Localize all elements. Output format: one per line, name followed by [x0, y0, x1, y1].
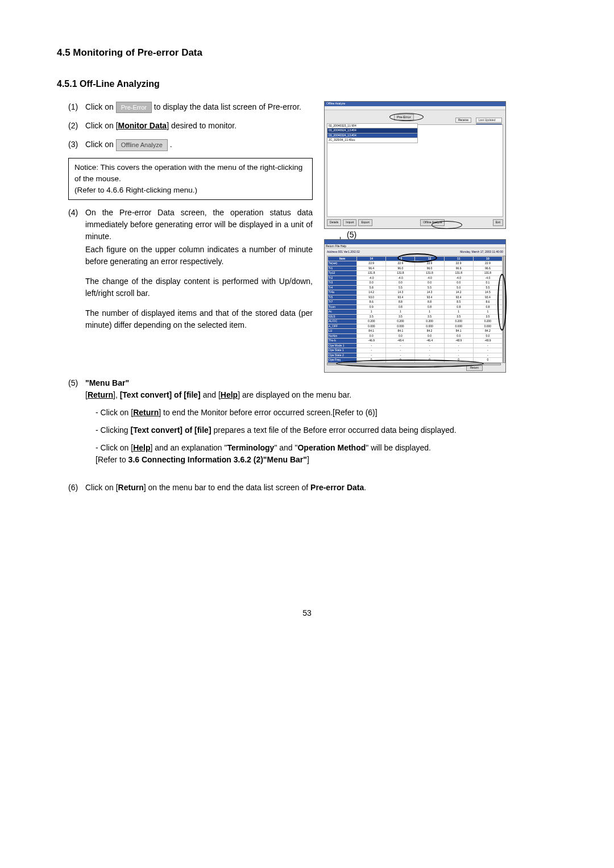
step-2-text-a: Click on [	[85, 121, 118, 130]
fig1-receive-button[interactable]: Receive	[455, 118, 471, 123]
step-2-bold: Monitor Data	[118, 121, 167, 130]
sub-section-title: 4.5.1 Off-Line Analyzing	[57, 77, 557, 91]
notice-box: Notice: This covers the operation with t…	[68, 158, 313, 201]
offline-analyze-button[interactable]: Offline Analyze	[116, 139, 168, 151]
step-4-p4: The number of displayed items and that o…	[85, 307, 313, 331]
step-5-title: "Menu Bar"	[85, 378, 129, 387]
step-3-num: (3)	[68, 139, 85, 151]
figure-app-window: Offline Analyze Pre-Error Last Updated 3…	[324, 101, 506, 229]
fig1-list[interactable]: 02_20040323_11 904 03_20040924_13 #04 03…	[327, 123, 418, 143]
step-4-num: (4)	[68, 207, 85, 339]
right-column: Offline Analyze Pre-Error Last Updated 3…	[318, 101, 557, 373]
fig2-highlight-hscroll	[336, 360, 484, 368]
pre-error-button[interactable]: Pre-Error	[116, 102, 152, 114]
fig1-titlebar: Offline Analyze	[325, 102, 505, 106]
fig1-exit-button[interactable]: Exit	[493, 219, 503, 226]
step-4-p2: Each figure on the upper column indicate…	[85, 244, 313, 268]
fig2-table: Item1413121110Ta(set)22.922.922.922.922.…	[327, 256, 503, 363]
fig1-details-button[interactable]: Details	[327, 219, 341, 226]
step-5-item-1: - Click on [Return] to end the Monitor b…	[96, 407, 557, 419]
step-3-text-a: Click on	[85, 140, 116, 149]
fig1-menubar	[325, 106, 505, 110]
left-column: (1) Click on Pre-Error to display the da…	[57, 101, 313, 373]
fig2-titlebar	[325, 240, 505, 244]
fig2-menubar[interactable]: Return File Help	[325, 244, 505, 248]
fig2-date: Monday, March 17, 2003 11:40:00	[460, 250, 503, 254]
fig1-list-item[interactable]: JC_3/25/04_11:40ou	[327, 137, 418, 143]
figure-data-grid: Return File Help Address:001 Ver1.20/2.0…	[324, 239, 506, 373]
page-number: 53	[57, 607, 557, 619]
fig2-highlight-vscroll	[497, 274, 507, 331]
fig2-return-button[interactable]: Return	[466, 365, 483, 371]
step-1-text-a: Click on	[85, 102, 116, 111]
step-3-text-b: .	[170, 140, 172, 149]
fig1-offline-highlight	[432, 221, 462, 229]
fig2-highlight-header	[397, 253, 437, 262]
step-6-body: Click on [Return] on the menu bar to end…	[85, 482, 557, 494]
step-2-num: (2)	[68, 120, 85, 132]
step-1-text-b: to display the data list screen of Pre-e…	[154, 102, 301, 111]
fig1-preerror-highlight	[389, 113, 424, 121]
step-4-p1: On the Pre-error Data screen, the operat…	[85, 207, 313, 243]
fig1-export-button[interactable]: Export	[358, 219, 372, 226]
step-5-num: (5)	[68, 377, 85, 471]
step-5-item-3: - Click on [Help] and an explanation "Te…	[96, 442, 557, 466]
step-1-num: (1)	[68, 101, 85, 114]
step-5-intro: [Return], [Text convert] of [file] and […	[85, 389, 557, 401]
step-4-p3: The change of the display content is per…	[85, 276, 313, 299]
step-5-item-2: - Clicking [Text convert] of [file] prep…	[96, 424, 557, 436]
step-2-text-b: ] desired to monitor.	[167, 121, 237, 130]
fig1-import-button[interactable]: Import	[343, 219, 356, 226]
step-6-num: (6)	[68, 482, 85, 494]
section-title: 4.5 Monitoring of Pre-error Data	[57, 45, 557, 60]
fig2-address: Address:001 Ver1.20/2.02	[327, 250, 360, 254]
